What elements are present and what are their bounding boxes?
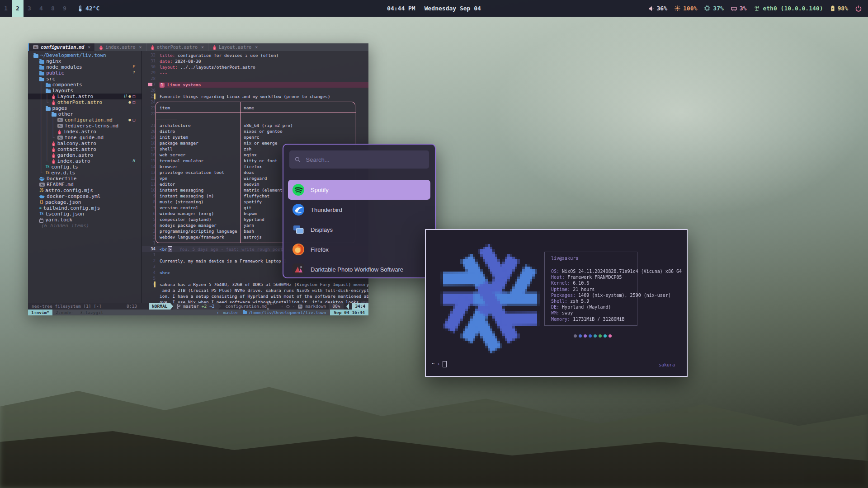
- workspace-2[interactable]: 2: [12, 0, 24, 17]
- close-icon[interactable]: ×: [139, 45, 142, 50]
- table-cell-name: fluffychat: [244, 193, 269, 199]
- tmux-window-3:lazygit[interactable]: 3:lazygit: [77, 310, 106, 315]
- tree-item-README.md[interactable]: M↓README.md: [28, 182, 142, 188]
- search-input[interactable]: [305, 156, 424, 164]
- workspace-8[interactable]: 8: [47, 0, 59, 17]
- power-icon: [855, 5, 862, 12]
- tree-item-tone-guide.md[interactable]: │ │ └ M↓tone-guide.md: [28, 135, 142, 141]
- close-icon[interactable]: ×: [88, 45, 90, 50]
- launcher-item-Darktable Photo Workflow Software[interactable]: Darktable Photo Workflow Software: [288, 259, 430, 278]
- tree-item-pages[interactable]: │ pages: [28, 105, 142, 111]
- indent-guide: │ │ │: [33, 123, 57, 129]
- indent-guide: │ │: [33, 146, 52, 152]
- cpu-module[interactable]: 37%: [704, 5, 723, 12]
- tree-item-yarn.lock[interactable]: yarn.lock: [28, 217, 142, 223]
- palette-dot: [609, 334, 612, 338]
- tree-item-index.astro[interactable]: │ └ index.astroH: [28, 158, 142, 164]
- fetch-entry-value: 21 hours: [573, 287, 594, 292]
- tsconfig-icon: TS: [39, 211, 43, 217]
- tree-item-package.json[interactable]: {}package.json: [28, 199, 142, 205]
- astro-flame-icon: [52, 94, 56, 99]
- memory-module[interactable]: 3%: [731, 5, 747, 12]
- tree-item-label: garden.astro: [57, 152, 93, 158]
- astro-flame-icon: [52, 147, 56, 152]
- tree-item-node_modules[interactable]: node_modulesE: [28, 64, 142, 70]
- tree-item-index.astro[interactable]: │ │ │ index.astro: [28, 129, 142, 135]
- brightness-module[interactable]: 100%: [675, 5, 697, 12]
- tab-otherPost.astro[interactable]: otherPost.astro×: [146, 43, 208, 51]
- tree-item-docker-compose.yml[interactable]: docker-compose.yml: [28, 193, 142, 199]
- close-icon[interactable]: ×: [255, 45, 258, 50]
- tab-Layout.astro[interactable]: Layout.astro×: [208, 43, 262, 51]
- tab-configuration.md[interactable]: M↓configuration.md×: [28, 43, 95, 51]
- tree-item-fediverse-terms.md[interactable]: │ │ │ M↓fediverse-terms.md: [28, 123, 142, 129]
- tree-item-tailwind.config.mjs[interactable]: ≈tailwind.config.mjs: [28, 205, 142, 211]
- system-info-box: liv@sakura OS: NixOS 24.11.20240828.71e9…: [544, 252, 637, 326]
- line-content: 1Linux systems: [159, 82, 368, 88]
- tree-item-label: docker-compose.yml: [47, 193, 100, 199]
- comment-sign-icon: [148, 83, 152, 86]
- launcher-item-Firefox[interactable]: Firefox: [288, 239, 430, 259]
- tree-item-configuration.md[interactable]: │ │ │ M↓configuration.md●□: [28, 117, 142, 123]
- shell-prompt[interactable]: ~ ›: [432, 361, 447, 367]
- folder-open-icon: [46, 106, 51, 111]
- tree-item-public[interactable]: public?: [28, 70, 142, 76]
- tree-item-src[interactable]: src: [28, 76, 142, 82]
- line-number: 30: [142, 64, 159, 70]
- palette-dot: [594, 334, 597, 338]
- launcher-item-Displays[interactable]: Displays: [288, 220, 430, 239]
- line-number: 28: [142, 76, 159, 82]
- workspace-3[interactable]: 3: [24, 0, 35, 17]
- volume-module[interactable]: 36%: [648, 5, 667, 12]
- tree-item-~/Development/liv.town[interactable]: ~/Development/liv.town: [28, 52, 142, 58]
- tree-item-env.d.ts[interactable]: └ TSenv.d.ts: [28, 170, 142, 176]
- tree-item-Dockerfile[interactable]: Dockerfile: [28, 176, 142, 182]
- editor-line: ove. I use Nix when I need software with…: [142, 299, 368, 303]
- tab-label: otherPost.astro: [157, 45, 198, 50]
- tree-item-contact.astro[interactable]: │ │ contact.astro: [28, 146, 142, 152]
- workspace-9[interactable]: 9: [59, 0, 71, 17]
- tree-item-Layout.astro[interactable]: │ │ Layout.astroH●□: [28, 94, 142, 99]
- indent-guide: │: [33, 88, 46, 94]
- launcher-item-Spotify[interactable]: Spotify: [288, 180, 430, 200]
- tree-item-nginx[interactable]: nginx: [28, 58, 142, 64]
- tree-item-label: astro.config.mjs: [45, 188, 93, 193]
- table-cell-name: spotify: [244, 199, 262, 205]
- tree-item-otherPost.astro[interactable]: │ └ otherPost.astro●□: [28, 99, 142, 105]
- tree-item-garden.astro[interactable]: │ │ garden.astro: [28, 152, 142, 158]
- indent-guide: │: [33, 82, 46, 88]
- fetch-entry-label: DE:: [551, 305, 562, 310]
- launcher-search[interactable]: [289, 150, 429, 169]
- tree-item-astro.config.mjs[interactable]: JSastro.config.mjs: [28, 188, 142, 193]
- network-icon: [754, 5, 760, 11]
- power-button[interactable]: [855, 5, 862, 12]
- tmux-window-1:nvim*[interactable]: 1:nvim*: [28, 310, 52, 315]
- tree-item-other[interactable]: │ │ other: [28, 111, 142, 117]
- close-icon[interactable]: ×: [201, 45, 204, 50]
- git-status-markers: E: [133, 64, 135, 70]
- network-module[interactable]: eth0 (10.0.0.140): [754, 5, 823, 12]
- tmux-window-2:node-[interactable]: 2:node-: [52, 310, 77, 315]
- fetch-entry-label: Kernel:: [551, 281, 573, 286]
- workspace-1[interactable]: 1: [0, 0, 12, 17]
- table-cell-item: window manager (xorg): [160, 211, 214, 216]
- table-cell-name: hyprland: [244, 216, 264, 222]
- tree-item-balcony.astro[interactable]: │ │ balcony.astro: [28, 141, 142, 146]
- table-cell-item: shell: [160, 146, 173, 152]
- astro-flame-icon: [52, 153, 56, 158]
- tree-item-config.ts[interactable]: │ TSconfig.ts: [28, 164, 142, 170]
- tree-item-label: otherPost.astro: [57, 99, 102, 105]
- chevron-left-icon: ‹: [281, 303, 283, 310]
- workspace-4[interactable]: 4: [35, 0, 47, 17]
- tree-item-components[interactable]: │ components: [28, 82, 142, 88]
- fetch-entry-OS: OS: NixOS 24.11.20240828.71e91c4 (Vicuna…: [551, 268, 682, 274]
- tree-item-tsconfig.json[interactable]: TStsconfig.json: [28, 211, 142, 217]
- launcher-item-label: Thunderbird: [311, 206, 342, 213]
- tree-item-(6 hidden items)[interactable]: (6 hidden items): [28, 223, 142, 229]
- battery-module[interactable]: 98%: [830, 5, 848, 12]
- astro-flame-icon: [151, 45, 155, 50]
- tree-item-layouts[interactable]: │ layouts: [28, 88, 142, 94]
- launcher-item-Thunderbird[interactable]: Thunderbird: [288, 200, 430, 220]
- clock[interactable]: 04:44 PM Wednesday Sep 04: [387, 5, 481, 12]
- tab-index.astro[interactable]: index.astro×: [95, 43, 146, 51]
